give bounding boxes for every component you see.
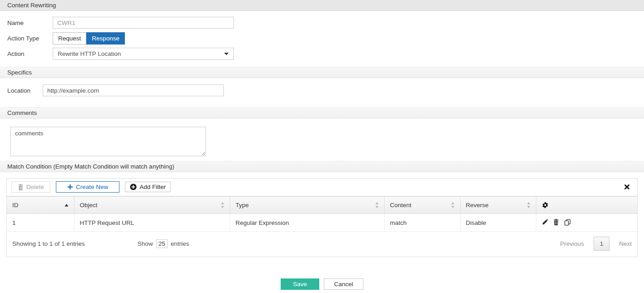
pencil-icon[interactable] <box>542 219 548 226</box>
trash-icon <box>18 184 24 190</box>
table-row[interactable]: 1 HTTP Request URL Regular Expression ma… <box>7 214 637 232</box>
page-title: Content Rewriting <box>0 0 644 11</box>
specifics-header: Specifics <box>0 67 644 78</box>
action-row: Action Rewrite HTTP Location <box>7 48 644 60</box>
cell-reverse: Disable <box>460 214 536 232</box>
column-header-type-label: Type <box>236 202 249 209</box>
action-select-value: Rewrite HTTP Location <box>58 50 121 57</box>
save-button[interactable]: Save <box>281 278 319 290</box>
action-type-label: Action Type <box>7 35 53 42</box>
name-row: Name <box>7 17 644 29</box>
show-label: Show <box>138 240 153 247</box>
caret-down-icon <box>224 52 229 55</box>
comments-textarea[interactable]: comments <box>10 127 206 156</box>
close-icon[interactable] <box>621 183 633 191</box>
create-new-button[interactable]: Create New <box>56 181 119 193</box>
page-1-button[interactable]: 1 <box>594 237 610 251</box>
copy-icon[interactable] <box>564 219 571 226</box>
delete-button[interactable]: Delete <box>11 181 50 193</box>
form-actions: Save Cancel <box>0 278 644 290</box>
previous-page-button[interactable]: Previous <box>560 240 584 247</box>
action-type-toggle: Request Response <box>53 32 125 45</box>
location-row: Location <box>7 84 644 96</box>
plus-circle-icon <box>130 184 137 190</box>
name-label: Name <box>7 20 53 26</box>
showing-entries-text: Showing 1 to 1 of 1 entries <box>12 240 85 247</box>
cell-content: match <box>384 214 460 232</box>
column-header-reverse-label: Reverse <box>466 202 489 209</box>
cancel-button[interactable]: Cancel <box>324 278 363 290</box>
action-select[interactable]: Rewrite HTTP Location <box>53 48 234 60</box>
sort-icon <box>527 202 530 208</box>
column-header-reverse[interactable]: Reverse <box>460 197 536 214</box>
sort-asc-icon <box>64 204 69 207</box>
column-header-content-label: Content <box>390 202 411 209</box>
sort-icon <box>375 202 379 208</box>
cell-id: 1 <box>7 214 74 232</box>
cell-actions <box>536 214 637 232</box>
comments-header: Comments <box>0 107 644 119</box>
trash-icon[interactable] <box>553 219 559 226</box>
column-header-object[interactable]: Object <box>74 197 230 214</box>
table-footer: Showing 1 to 1 of 1 entries Show 25 entr… <box>7 232 637 257</box>
action-type-response-button[interactable]: Response <box>86 32 125 45</box>
gear-icon <box>542 202 632 209</box>
add-filter-button[interactable]: Add Filter <box>125 182 171 192</box>
page-size-select[interactable]: 25 <box>156 239 168 248</box>
table-header-row: ID Object Type <box>7 197 637 214</box>
create-new-button-label: Create New <box>76 184 108 190</box>
column-header-object-label: Object <box>80 202 98 209</box>
match-condition-table: ID Object Type <box>7 196 637 232</box>
next-page-button[interactable]: Next <box>619 240 632 247</box>
cell-type: Regular Expression <box>230 214 384 232</box>
sort-icon <box>451 202 455 208</box>
page-size-group: Show 25 entries <box>138 239 189 248</box>
delete-button-label: Delete <box>26 184 44 190</box>
column-header-type[interactable]: Type <box>230 197 384 214</box>
match-condition-panel: Delete Create New Add Filter ID <box>6 178 638 257</box>
name-input[interactable] <box>53 17 234 29</box>
column-header-id[interactable]: ID <box>7 197 74 214</box>
entries-label: entries <box>171 240 189 247</box>
plus-icon <box>67 184 73 190</box>
table-toolbar: Delete Create New Add Filter <box>7 179 637 196</box>
column-header-id-label: ID <box>12 202 19 209</box>
sort-icon <box>221 202 224 208</box>
match-condition-header: Match Condition (Empty Match Condition w… <box>0 161 644 172</box>
column-header-content[interactable]: Content <box>384 197 460 214</box>
cell-object: HTTP Request URL <box>74 214 230 232</box>
location-input[interactable] <box>43 84 224 96</box>
column-header-settings[interactable] <box>536 197 637 214</box>
action-type-request-button[interactable]: Request <box>53 32 86 45</box>
action-type-row: Action Type Request Response <box>7 32 644 45</box>
location-label: Location <box>7 87 43 94</box>
pagination: Previous 1 Next <box>560 237 632 251</box>
add-filter-button-label: Add Filter <box>139 184 166 190</box>
action-label: Action <box>7 50 53 57</box>
